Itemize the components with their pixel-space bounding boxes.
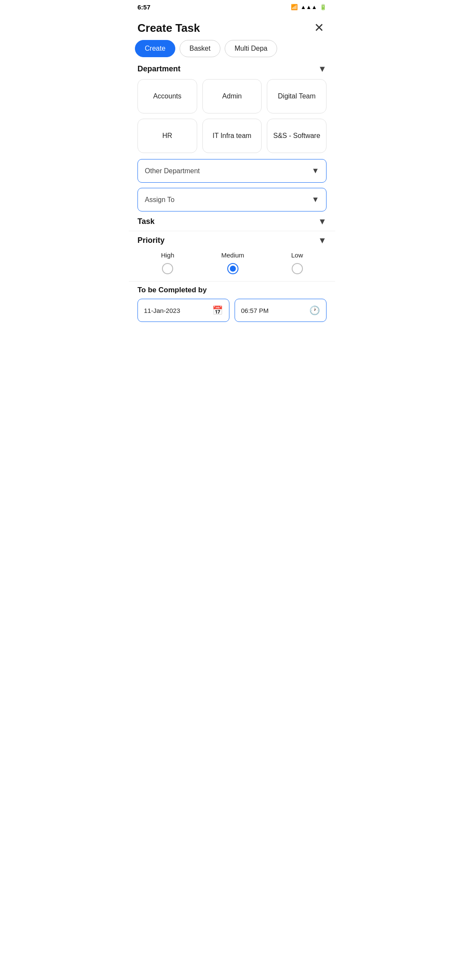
datetime-row: 11-Jan-2023 📅 06:57 PM 🕐 (137, 299, 327, 322)
dept-card-accounts[interactable]: Accounts (137, 79, 197, 113)
department-section: Department ▼ Accounts Admin Digital Team… (129, 64, 335, 211)
time-value: 06:57 PM (241, 307, 269, 314)
assign-to-chevron-icon: ▼ (311, 195, 319, 204)
status-icons: 📶 ▲▲▲ 🔋 (291, 4, 327, 10)
tab-row: Create Basket Multi Depa (129, 40, 335, 57)
status-time: 6:57 (137, 3, 150, 11)
complete-section-title: To be Completed by (137, 286, 327, 294)
priority-radio-low[interactable] (292, 263, 303, 274)
dept-card-it-infra-team[interactable]: IT Infra team (202, 119, 262, 153)
priority-option-low[interactable]: Low (291, 251, 303, 274)
task-section: Task ▼ (129, 217, 335, 227)
assign-to-label: Assign To (145, 196, 174, 204)
priority-section-header: Priority ▼ (137, 236, 327, 245)
assign-to-dropdown[interactable]: Assign To ▼ (137, 188, 327, 211)
other-department-label: Other Department (145, 167, 200, 175)
divider-1 (129, 231, 335, 231)
priority-chevron-icon: ▼ (318, 236, 327, 245)
signal-icon: ▲▲▲ (300, 4, 317, 10)
priority-radio-high[interactable] (162, 263, 173, 274)
tab-multi-depa[interactable]: Multi Depa (225, 40, 277, 57)
complete-section: To be Completed by 11-Jan-2023 📅 06:57 P… (129, 286, 335, 322)
clock-icon: 🕐 (309, 305, 320, 315)
department-section-header: Department ▼ (137, 64, 327, 74)
other-department-dropdown[interactable]: Other Department ▼ (137, 159, 327, 183)
task-section-header: Task ▼ (137, 217, 327, 227)
close-button[interactable]: ✕ (311, 20, 327, 36)
tab-create[interactable]: Create (135, 40, 175, 57)
page-title: Create Task (137, 21, 200, 35)
dept-card-digital-team[interactable]: Digital Team (267, 79, 327, 113)
priority-section: Priority ▼ High Medium Low (129, 236, 335, 274)
date-value: 11-Jan-2023 (144, 307, 180, 314)
divider-2 (129, 281, 335, 282)
dept-card-sas-software[interactable]: S&S - Software (267, 119, 327, 153)
priority-option-high[interactable]: High (161, 251, 174, 274)
other-department-chevron-icon: ▼ (311, 166, 319, 175)
close-icon: ✕ (314, 22, 324, 34)
department-grid: Accounts Admin Digital Team HR IT Infra … (137, 79, 327, 153)
priority-label-medium: Medium (221, 251, 244, 259)
tab-basket[interactable]: Basket (180, 40, 220, 57)
department-section-title: Department (137, 64, 180, 74)
priority-label-low: Low (291, 251, 303, 259)
page-header: Create Task ✕ (129, 14, 335, 40)
priority-radio-medium-inner (230, 266, 236, 272)
dept-card-hr[interactable]: HR (137, 119, 197, 153)
priority-radio-medium[interactable] (227, 263, 238, 274)
date-field[interactable]: 11-Jan-2023 📅 (137, 299, 229, 322)
status-bar: 6:57 📶 ▲▲▲ 🔋 (129, 0, 335, 14)
priority-section-title: Priority (137, 236, 165, 245)
dept-card-admin[interactable]: Admin (202, 79, 262, 113)
task-chevron-icon: ▼ (318, 217, 327, 227)
time-field[interactable]: 06:57 PM 🕐 (235, 299, 327, 322)
battery-icon: 🔋 (320, 4, 327, 10)
task-section-title: Task (137, 217, 155, 226)
calendar-icon: 📅 (212, 305, 223, 315)
priority-option-medium[interactable]: Medium (221, 251, 244, 274)
wifi-icon: 📶 (291, 4, 298, 10)
priority-label-high: High (161, 251, 174, 259)
priority-options: High Medium Low (137, 251, 327, 274)
department-chevron-icon: ▼ (318, 64, 327, 74)
